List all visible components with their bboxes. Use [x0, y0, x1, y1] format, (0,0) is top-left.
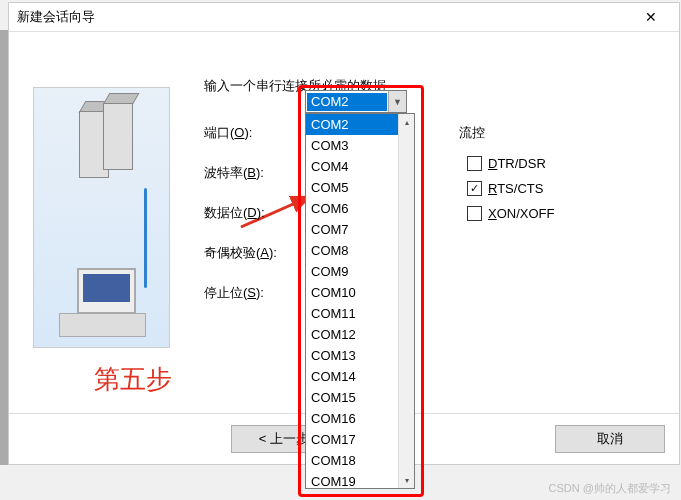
- dropdown-option[interactable]: COM9: [306, 261, 399, 282]
- dropdown-option[interactable]: COM6: [306, 198, 399, 219]
- dropdown-option[interactable]: COM7: [306, 219, 399, 240]
- window-title: 新建会话向导: [17, 8, 631, 26]
- rts-checkbox[interactable]: ✓: [467, 181, 482, 196]
- xon-label: XON/XOFF: [488, 206, 554, 221]
- dropdown-option[interactable]: COM12: [306, 324, 399, 345]
- dropdown-option[interactable]: COM4: [306, 156, 399, 177]
- scroll-up-icon[interactable]: ▴: [399, 114, 414, 130]
- wizard-graphic: [33, 87, 170, 348]
- dropdown-option[interactable]: COM15: [306, 387, 399, 408]
- port-selected-value: COM2: [307, 93, 387, 111]
- dropdown-option[interactable]: COM17: [306, 429, 399, 450]
- dropdown-option[interactable]: COM3: [306, 135, 399, 156]
- dropdown-option[interactable]: COM11: [306, 303, 399, 324]
- dropdown-option[interactable]: COM8: [306, 240, 399, 261]
- dtr-dsr-row[interactable]: DTR/DSR: [467, 156, 619, 171]
- step-annotation: 第五步: [94, 362, 172, 397]
- port-dropdown-list[interactable]: COM2COM3COM4COM5COM6COM7COM8COM9COM10COM…: [305, 113, 415, 489]
- rts-label: RTS/CTS: [488, 181, 543, 196]
- dtr-checkbox[interactable]: [467, 156, 482, 171]
- dropdown-option[interactable]: COM5: [306, 177, 399, 198]
- dropdown-option[interactable]: COM19: [306, 471, 399, 489]
- scroll-down-icon[interactable]: ▾: [399, 472, 414, 488]
- flow-control-group: 流控 DTR/DSR ✓ RTS/CTS XON/XOFF: [459, 124, 619, 231]
- dropdown-scrollbar[interactable]: ▴ ▾: [398, 114, 414, 488]
- titlebar: 新建会话向导 ✕: [9, 3, 679, 32]
- watermark-text: CSDN @帅的人都爱学习: [549, 481, 671, 496]
- dropdown-option[interactable]: COM16: [306, 408, 399, 429]
- cancel-button[interactable]: 取消: [555, 425, 665, 453]
- dropdown-option[interactable]: COM18: [306, 450, 399, 471]
- dropdown-option[interactable]: COM2: [306, 114, 399, 135]
- rts-cts-row[interactable]: ✓ RTS/CTS: [467, 181, 619, 196]
- dropdown-option[interactable]: COM10: [306, 282, 399, 303]
- flow-label: 流控: [459, 124, 619, 142]
- xon-xoff-row[interactable]: XON/XOFF: [467, 206, 619, 221]
- xon-checkbox[interactable]: [467, 206, 482, 221]
- dropdown-option[interactable]: COM14: [306, 366, 399, 387]
- chevron-down-icon[interactable]: ▼: [388, 91, 406, 112]
- port-combobox[interactable]: COM2 ▼: [305, 90, 407, 113]
- dtr-label: DTR/DSR: [488, 156, 546, 171]
- dropdown-option[interactable]: COM13: [306, 345, 399, 366]
- close-button[interactable]: ✕: [631, 3, 671, 31]
